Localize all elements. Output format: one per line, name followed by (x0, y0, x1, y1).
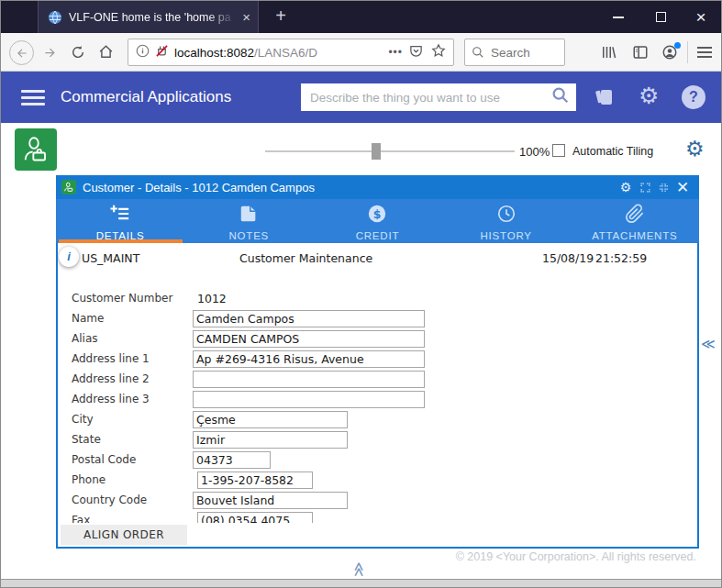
maximize-button[interactable] (645, 1, 676, 33)
browser-tab[interactable]: VLF-ONE home is the 'home pa × (38, 1, 259, 33)
app-title: Commercial Applications (61, 88, 231, 106)
person-briefcase-icon (21, 135, 50, 164)
svg-text:$: $ (373, 208, 382, 221)
zoom-slider-track[interactable] (265, 150, 515, 152)
reload-icon[interactable] (71, 45, 85, 63)
zoom-slider-thumb[interactable] (372, 143, 381, 160)
state-label: State (72, 433, 101, 446)
tab-label: DETAILS (96, 230, 145, 241)
address-line-2-label: Address line 2 (72, 372, 150, 385)
customer-window: Customer - Details - 1012 Camden Campos … (56, 175, 699, 549)
toolbar-separator (687, 41, 688, 63)
browser-window: VLF-ONE home is the 'home pa × + × local… (0, 0, 722, 588)
name-input[interactable] (193, 310, 425, 327)
customer-number-label: Customer Number (72, 292, 172, 305)
tab-label: ATTACHMENTS (592, 230, 677, 241)
alias-input[interactable] (193, 330, 425, 348)
address-line-1-input[interactable] (193, 350, 425, 368)
window-contract-icon[interactable] (654, 175, 672, 199)
forward-button[interactable] (43, 46, 57, 63)
dollar-icon: $ (367, 199, 387, 227)
browser-menu-icon[interactable] (697, 47, 712, 58)
url-bar[interactable]: localhost:8082/LANSA6/D ••• (128, 39, 454, 66)
collapse-panel-right-icon[interactable]: ≪ (701, 336, 716, 352)
copyright-text: © 2019 <Your Corporation>. All rights re… (456, 550, 696, 563)
search-icon (472, 46, 484, 59)
note-icon (239, 199, 259, 227)
country-code-input[interactable] (193, 492, 348, 509)
app-search-box[interactable] (301, 83, 576, 111)
city-label: City (72, 413, 94, 426)
tab-attachments[interactable]: ATTACHMENTS (571, 199, 699, 243)
browser-search-box[interactable] (464, 39, 565, 66)
align-order-button[interactable]: ALIGN ORDER (61, 525, 187, 545)
home-icon[interactable] (98, 44, 114, 63)
sidebars-icon[interactable] (632, 44, 649, 64)
city-input[interactable] (193, 411, 348, 428)
tab-label: CREDIT (356, 230, 400, 241)
tab-label: NOTES (228, 230, 269, 241)
cards-icon[interactable] (594, 86, 616, 112)
bookmark-star-icon[interactable] (431, 43, 446, 61)
tab-notes[interactable]: NOTES (184, 199, 313, 243)
paperclip-icon (625, 199, 645, 227)
info-icon[interactable] (136, 44, 150, 61)
postal-code-input[interactable] (193, 451, 271, 469)
address-line-2-input[interactable] (193, 371, 425, 388)
address-line-1-label: Address line 1 (72, 352, 150, 365)
tab-credit[interactable]: $CREDIT (313, 199, 441, 243)
account-icon[interactable] (661, 44, 678, 64)
alias-label: Alias (72, 332, 97, 345)
phone-label: Phone (72, 473, 106, 486)
blocked-plugin-icon[interactable] (155, 44, 169, 61)
window-close-icon[interactable]: ✕ (673, 175, 692, 199)
customer-icon (61, 180, 76, 194)
info-chip-icon[interactable]: i (59, 247, 79, 267)
address-line-3-input[interactable] (193, 391, 425, 408)
country-code-label: Country Code (72, 494, 147, 506)
minimize-button[interactable] (603, 1, 634, 33)
globe-favicon-icon (48, 10, 62, 25)
window-tabstrip: DETAILSNOTES$CREDITHISTORYATTACHMENTS (56, 199, 699, 243)
state-input[interactable] (193, 431, 348, 449)
customer-window-title: Customer - Details - 1012 Camden Campos (83, 181, 315, 194)
browser-search-input[interactable] (491, 46, 555, 60)
page-actions-icon[interactable]: ••• (388, 46, 403, 59)
automatic-tiling-checkbox[interactable] (552, 144, 565, 157)
close-window-button[interactable]: × (685, 1, 716, 33)
bottom-strip (1, 580, 721, 588)
customer-launch-button[interactable] (15, 128, 57, 171)
layout-settings-gear-icon[interactable]: ⚙ (685, 137, 705, 161)
customer-window-titlebar[interactable]: Customer - Details - 1012 Camden Campos (56, 175, 699, 199)
window-expand-icon[interactable] (636, 175, 654, 199)
search-icon[interactable] (550, 85, 571, 109)
clock-icon (496, 199, 517, 227)
tab-close-icon[interactable]: × (242, 10, 250, 24)
window-settings-gear-icon[interactable]: ⚙ (616, 175, 635, 199)
zoom-percentage: 100% (519, 145, 550, 159)
tab-history[interactable]: HISTORY (442, 199, 571, 243)
app-page: 100% Automatic Tiling ⚙ Customer - Detai… (1, 123, 721, 579)
name-label: Name (72, 312, 104, 325)
firefox-titlebar: VLF-ONE home is the 'home pa × + × (1, 1, 721, 33)
app-search-input[interactable] (301, 91, 550, 105)
phone-input[interactable] (197, 472, 313, 489)
pocket-icon[interactable] (409, 44, 423, 61)
settings-gear-icon[interactable]: ⚙ (639, 83, 659, 109)
postal-code-label: Postal Code (72, 453, 136, 466)
new-tab-button[interactable]: + (269, 5, 293, 28)
library-icon[interactable] (600, 44, 616, 64)
tab-details[interactable]: DETAILS (56, 199, 184, 243)
button-panel: ALIGN ORDER (58, 523, 697, 547)
tab-title: VLF-ONE home is the 'home pa (69, 11, 239, 24)
back-button[interactable] (9, 40, 34, 65)
address-line-3-label: Address line 3 (72, 393, 150, 405)
help-icon[interactable]: ? (682, 85, 705, 109)
details-icon (110, 199, 130, 227)
app-menu-icon[interactable] (21, 90, 45, 105)
collapse-panel-bottom-icon[interactable]: ≪ (350, 561, 368, 577)
form-fields: Customer Number1012NameAliasAddress line… (58, 243, 697, 526)
customer-number-value: 1012 (197, 292, 227, 305)
customer-form: i US_MAINT Customer Maintenance 15/08/19… (56, 243, 699, 549)
notification-dot (674, 42, 681, 49)
